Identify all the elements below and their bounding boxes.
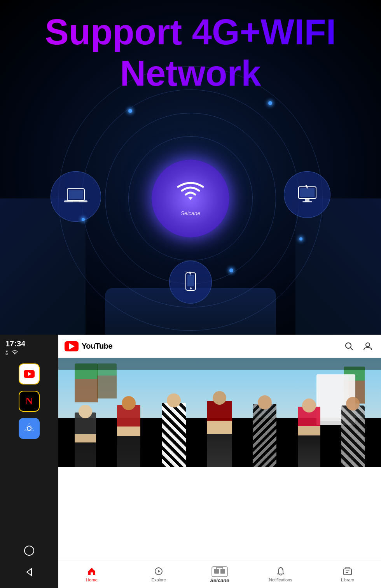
svg-marker-17 — [27, 569, 31, 576]
headline: Support 4G+WIFI Network — [0, 0, 381, 94]
home-circle-icon[interactable] — [24, 545, 35, 559]
svg-point-15 — [28, 427, 31, 430]
svg-line-19 — [350, 348, 353, 350]
phone-icon — [169, 261, 212, 304]
headline-line1: Support 4G+WIFI — [0, 12, 381, 53]
yt-nav-explore-label: Explore — [152, 577, 166, 582]
status-icons: ⁑ — [5, 350, 53, 356]
glow-dot-3 — [229, 269, 233, 272]
monitor-icon — [284, 171, 330, 218]
svg-rect-6 — [305, 198, 309, 202]
glow-dot-2 — [268, 101, 272, 105]
top-section: Support 4G+WIFI Network — [0, 0, 381, 335]
glow-dot-4 — [82, 218, 85, 221]
glow-dot-5 — [299, 237, 302, 240]
search-button[interactable] — [342, 339, 356, 353]
yt-nav-explore[interactable]: Explore — [143, 567, 174, 582]
bluetooth-icon: ⁑ — [5, 350, 8, 356]
car-background: Seicane — [0, 62, 381, 335]
yt-nav-library-label: Library — [341, 577, 354, 582]
youtube-main: YouTube — [58, 335, 381, 588]
yt-nav-notifications-label: Notifications — [269, 577, 292, 582]
svg-rect-27 — [346, 570, 350, 571]
back-icon[interactable] — [24, 567, 35, 580]
svg-point-10 — [190, 287, 192, 289]
svg-point-16 — [24, 546, 34, 555]
wifi-status-icon — [11, 350, 18, 356]
yt-play-triangle — [69, 343, 75, 349]
seicane-nav-label: Seicane — [210, 577, 229, 583]
svg-marker-22 — [158, 570, 160, 573]
time-display: 17:34 — [5, 339, 53, 348]
yt-nav-seicane: Seicane — [210, 565, 229, 583]
wifi-bubble: Seicane — [152, 160, 229, 237]
yt-logo: YouTube — [65, 341, 112, 351]
headline-line2: Network — [0, 53, 381, 94]
yt-nav-library[interactable]: Library — [332, 567, 363, 582]
yt-nav-home-label: Home — [86, 577, 97, 582]
svg-rect-28 — [346, 572, 348, 573]
svg-rect-3 — [73, 202, 79, 202]
yt-hero-video[interactable] — [58, 358, 381, 467]
svg-rect-26 — [344, 569, 351, 575]
chromium-app-icon[interactable] — [19, 418, 40, 439]
svg-rect-25 — [220, 569, 225, 574]
yt-content — [58, 358, 381, 560]
yt-logo-text: YouTube — [82, 342, 112, 351]
svg-rect-9 — [187, 275, 194, 286]
yt-logo-icon — [65, 341, 79, 351]
yt-bottom-nav: Home Explore Seicane — [58, 560, 381, 588]
sidebar-apps: N — [19, 363, 40, 545]
sidebar-nav — [24, 545, 35, 580]
svg-rect-1 — [69, 190, 83, 199]
status-bar: 17:34 ⁑ — [0, 335, 58, 360]
account-button[interactable] — [361, 339, 375, 353]
glow-dot-1 — [128, 109, 132, 113]
svg-point-20 — [366, 343, 370, 347]
netflix-app-icon[interactable]: N — [19, 391, 40, 412]
svg-rect-24 — [214, 569, 219, 574]
bottom-section: 17:34 ⁑ — [0, 335, 381, 588]
laptop-icon — [51, 171, 101, 222]
svg-rect-7 — [302, 201, 312, 202]
svg-rect-5 — [300, 188, 315, 197]
yt-nav-home[interactable]: Home — [76, 567, 107, 582]
yt-nav-notifications[interactable]: Notifications — [265, 567, 296, 582]
yt-header: YouTube — [58, 335, 381, 358]
seicane-label: Seicane — [181, 210, 201, 216]
android-sidebar: 17:34 ⁑ — [0, 335, 58, 588]
youtube-app-icon[interactable] — [19, 363, 40, 384]
wifi-icon — [175, 181, 206, 208]
